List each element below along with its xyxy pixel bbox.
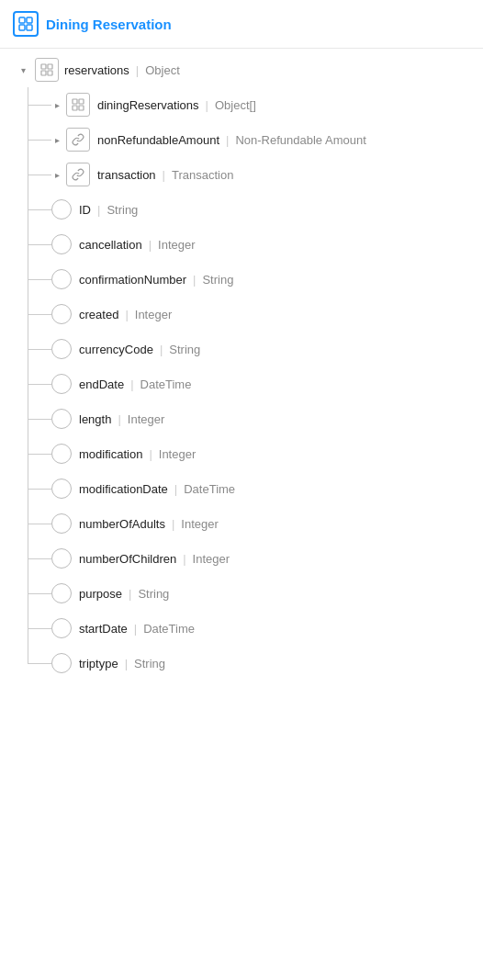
field-name-startDate: startDate — [79, 622, 128, 636]
field-info-startDate: startDate|DateTime — [79, 622, 195, 636]
node-circle-numberOfAdults — [51, 513, 72, 534]
pipe-separator: | — [129, 587, 131, 601]
field-type-length: Integer — [128, 412, 164, 426]
field-name-length: length — [79, 412, 111, 426]
h-connector — [28, 140, 51, 141]
field-info-modificationDate: modificationDate|DateTime — [79, 482, 235, 496]
tree-item-created[interactable]: created|Integer — [51, 297, 483, 332]
tree-item-modificationDate[interactable]: modificationDate|DateTime — [51, 471, 483, 506]
field-info-numberOfChildren: numberOfChildren|Integer — [79, 552, 230, 566]
app-container: Dining Reservation ▾ reservations | Obje… — [0, 0, 483, 699]
node-circle-startDate — [51, 618, 72, 638]
tree-item-currencyCode[interactable]: currencyCode|String — [51, 332, 483, 366]
tree-item-transaction[interactable]: ▸transaction|Transaction — [51, 157, 483, 192]
tree-item-triptype[interactable]: triptype|String — [51, 646, 483, 681]
h-connector — [28, 209, 51, 210]
tree-item-cancellation[interactable]: cancellation|Integer — [51, 227, 483, 262]
field-info-transaction: transaction|Transaction — [97, 168, 233, 182]
pipe-separator: | — [149, 238, 152, 252]
field-info-cancellation: cancellation|Integer — [79, 238, 196, 252]
node-circle-modification — [51, 444, 72, 464]
tree-items-list: ▸diningReservations|Object[]▸nonRefundab… — [51, 87, 483, 681]
svg-rect-9 — [79, 99, 84, 104]
pipe-separator: | — [149, 447, 152, 461]
tree-item-confirmationNumber[interactable]: confirmationNumber|String — [51, 262, 483, 297]
pipe-separator: | — [97, 203, 100, 217]
tree-item-diningReservations[interactable]: ▸diningReservations|Object[] — [51, 87, 483, 122]
node-circle-purpose — [51, 583, 72, 603]
field-name-nonRefundableAmount: nonRefundableAmount — [97, 133, 219, 147]
node-circle-currencyCode — [51, 339, 72, 359]
field-info-numberOfAdults: numberOfAdults|Integer — [79, 517, 219, 531]
h-connector — [28, 279, 51, 280]
pipe-separator: | — [206, 98, 208, 112]
root-node-box — [35, 58, 59, 82]
pipe-separator: | — [130, 377, 133, 391]
h-connector — [28, 454, 51, 455]
pipe-separator: | — [163, 168, 165, 182]
field-info-ID: ID|String — [79, 203, 138, 217]
field-name-transaction: transaction — [97, 168, 156, 182]
field-type-triptype: String — [134, 657, 165, 670]
tree-item-ID[interactable]: ID|String — [51, 192, 483, 227]
pipe-separator: | — [134, 622, 137, 636]
field-type-numberOfChildren: Integer — [193, 552, 230, 566]
h-connector — [28, 384, 51, 385]
field-type-diningReservations: Object[] — [215, 98, 256, 112]
node-circle-ID — [51, 199, 72, 220]
svg-rect-11 — [79, 106, 84, 110]
tree-item-endDate[interactable]: endDate|DateTime — [51, 366, 483, 401]
chevron-down-icon[interactable]: ▾ — [17, 65, 29, 75]
field-type-startDate: DateTime — [143, 622, 195, 636]
chevron-right-icon-diningReservations[interactable]: ▸ — [51, 100, 62, 110]
pipe-separator: | — [125, 308, 128, 321]
field-type-modificationDate: DateTime — [184, 482, 235, 496]
svg-rect-1 — [27, 17, 32, 23]
h-connector — [28, 175, 51, 175]
h-connector — [28, 663, 51, 664]
h-connector — [28, 244, 51, 245]
app-title: Dining Reservation — [46, 17, 172, 32]
pipe-separator: | — [193, 273, 196, 287]
field-name-currencyCode: currencyCode — [79, 343, 153, 356]
node-circle-created — [51, 304, 72, 324]
tree-item-modification[interactable]: modification|Integer — [51, 436, 483, 471]
node-circle-cancellation — [51, 234, 72, 254]
svg-rect-2 — [19, 25, 25, 30]
chevron-right-icon-transaction[interactable]: ▸ — [51, 170, 62, 180]
node-link-transaction — [66, 163, 90, 186]
field-name-modificationDate: modificationDate — [79, 482, 168, 496]
field-name-numberOfChildren: numberOfChildren — [79, 552, 176, 566]
root-node[interactable]: ▾ reservations | Object — [13, 49, 483, 87]
field-type-transaction: Transaction — [172, 168, 233, 182]
h-connector — [28, 489, 51, 490]
pipe-separator: | — [125, 657, 128, 670]
tree-item-length[interactable]: length|Integer — [51, 401, 483, 436]
svg-rect-7 — [48, 71, 52, 75]
tree-item-numberOfChildren[interactable]: numberOfChildren|Integer — [51, 541, 483, 576]
field-type-purpose: String — [138, 587, 169, 601]
tree-item-purpose[interactable]: purpose|String — [51, 576, 483, 611]
h-connector — [28, 105, 51, 106]
field-type-numberOfAdults: Integer — [181, 517, 218, 531]
field-info-endDate: endDate|DateTime — [79, 377, 191, 391]
field-info-length: length|Integer — [79, 412, 164, 426]
pipe-separator: | — [226, 133, 229, 147]
node-circle-length — [51, 409, 72, 429]
field-info-created: created|Integer — [79, 308, 172, 321]
tree-item-numberOfAdults[interactable]: numberOfAdults|Integer — [51, 506, 483, 541]
h-connector — [28, 349, 51, 350]
svg-rect-10 — [73, 106, 77, 110]
field-info-triptype: triptype|String — [79, 657, 165, 670]
root-field-type: Object — [145, 63, 180, 77]
tree-item-startDate[interactable]: startDate|DateTime — [51, 611, 483, 646]
field-type-created: Integer — [135, 308, 172, 321]
node-circle-confirmationNumber — [51, 269, 72, 289]
tree-children: ▸diningReservations|Object[]▸nonRefundab… — [13, 87, 483, 681]
tree-item-nonRefundableAmount[interactable]: ▸nonRefundableAmount|Non-Refundable Amou… — [51, 122, 483, 157]
chevron-right-icon-nonRefundableAmount[interactable]: ▸ — [51, 135, 62, 145]
h-connector — [28, 524, 51, 524]
field-name-confirmationNumber: confirmationNumber — [79, 273, 186, 287]
field-info-diningReservations: diningReservations|Object[] — [97, 98, 256, 112]
pipe-separator: | — [174, 482, 177, 496]
